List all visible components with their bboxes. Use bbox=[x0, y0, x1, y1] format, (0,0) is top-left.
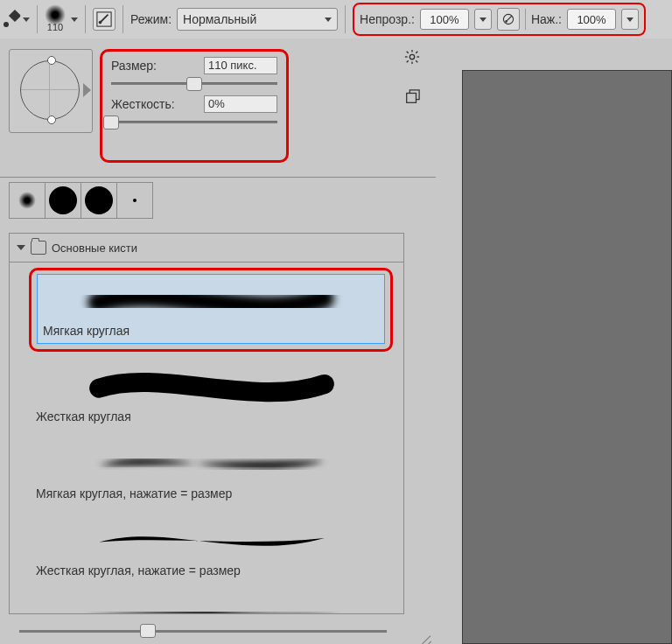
brush-stroke-preview bbox=[43, 278, 379, 318]
brush-panel-icon bbox=[96, 11, 112, 27]
brush-name: Мягкая круглая bbox=[43, 324, 379, 338]
options-bar: 110 Режим: Нормальный Непрозр.: 100% Н bbox=[0, 0, 672, 39]
folder-icon bbox=[31, 241, 46, 255]
chevron-down-icon bbox=[23, 18, 30, 22]
brush-size-number: 110 bbox=[45, 22, 66, 32]
brush-stroke-preview bbox=[36, 364, 388, 404]
brush-stroke-preview bbox=[36, 518, 388, 558]
brush-preset-thumb[interactable]: 110 bbox=[45, 6, 66, 32]
brush-group-title: Основные кисти bbox=[52, 242, 137, 255]
chevron-down-icon bbox=[626, 18, 634, 22]
brush-list-item[interactable]: Мягкая круглая, нажатие = размер bbox=[31, 438, 393, 506]
svg-line-11 bbox=[407, 60, 409, 62]
chevron-down-icon bbox=[325, 18, 332, 22]
hardness-slider[interactable] bbox=[111, 115, 277, 129]
opacity-value: 100% bbox=[430, 13, 458, 26]
size-slider[interactable] bbox=[111, 76, 277, 90]
brush-list-item[interactable]: Мягкая круглая, нажатие = непрозра... bbox=[31, 592, 393, 614]
soft-brush-icon bbox=[18, 192, 36, 209]
brush-size-master-slider[interactable] bbox=[19, 623, 387, 639]
chevron-down-icon bbox=[480, 18, 486, 22]
master-slider-knob[interactable] bbox=[140, 624, 156, 638]
recent-brushes-row bbox=[9, 182, 153, 219]
brush-settings-panel: Размер: 110 пикс. Жесткость: 0% bbox=[0, 38, 437, 644]
opacity-label: Непрозр.: bbox=[360, 12, 415, 26]
blend-mode-select[interactable]: Нормальный bbox=[177, 8, 338, 31]
size-input[interactable]: 110 пикс. bbox=[204, 57, 277, 74]
flow-label: Наж.: bbox=[531, 12, 562, 26]
highlighted-opacity-flow-group: Непрозр.: 100% Наж.: 100% bbox=[353, 3, 646, 36]
flow-value: 100% bbox=[577, 13, 606, 26]
brush-group-header[interactable]: Основные кисти bbox=[10, 234, 403, 262]
recent-brush-swatch[interactable] bbox=[10, 183, 46, 218]
hardness-slider-knob[interactable] bbox=[103, 116, 119, 130]
chevron-down-icon[interactable] bbox=[71, 18, 78, 22]
pressure-opacity-button[interactable] bbox=[497, 8, 520, 31]
panel-corner-icons bbox=[404, 49, 420, 105]
canvas-area bbox=[436, 38, 672, 644]
angle-arrow-icon bbox=[83, 83, 91, 97]
hardness-label: Жесткость: bbox=[111, 97, 195, 111]
svg-rect-13 bbox=[407, 94, 416, 103]
highlighted-brush-item: Мягкая круглая bbox=[29, 268, 393, 352]
svg-point-1 bbox=[99, 21, 102, 24]
recent-brush-swatch[interactable] bbox=[81, 183, 117, 218]
svg-line-10 bbox=[416, 60, 417, 62]
brush-name: Мягкая круглая, нажатие = размер bbox=[36, 486, 388, 500]
svg-line-9 bbox=[407, 52, 409, 53]
angle-circle-icon bbox=[20, 60, 80, 120]
brush-stroke-preview bbox=[36, 595, 388, 614]
opacity-input[interactable]: 100% bbox=[420, 9, 469, 30]
separator bbox=[0, 177, 436, 178]
brush-list-item[interactable]: Жесткая круглая bbox=[31, 360, 393, 429]
size-label: Размер: bbox=[111, 59, 195, 73]
brush-icon bbox=[4, 11, 19, 27]
flow-input[interactable]: 100% bbox=[567, 9, 616, 30]
hard-brush-icon bbox=[49, 186, 77, 214]
svg-point-3 bbox=[505, 20, 508, 23]
tiny-brush-icon bbox=[133, 199, 136, 202]
svg-line-12 bbox=[416, 52, 417, 53]
gear-icon[interactable] bbox=[404, 49, 420, 65]
angle-handle[interactable] bbox=[47, 116, 56, 124]
blend-mode-value: Нормальный bbox=[183, 12, 256, 26]
hardness-input[interactable]: 0% bbox=[204, 95, 277, 113]
separator bbox=[85, 5, 86, 33]
brush-stroke-preview bbox=[36, 441, 388, 481]
separator bbox=[122, 5, 123, 33]
brush-header-row: Размер: 110 пикс. Жесткость: 0% bbox=[9, 49, 289, 163]
flow-dropdown[interactable] bbox=[621, 9, 639, 30]
document-canvas[interactable] bbox=[462, 70, 672, 644]
brush-name: Жесткая круглая, нажатие = размер bbox=[36, 564, 388, 578]
pen-pressure-icon bbox=[501, 12, 515, 26]
separator bbox=[345, 5, 346, 33]
recent-brush-swatch[interactable] bbox=[46, 183, 81, 218]
mode-label: Режим: bbox=[130, 12, 172, 26]
svg-point-4 bbox=[410, 54, 414, 59]
highlighted-size-hardness-group: Размер: 110 пикс. Жесткость: 0% bbox=[100, 49, 289, 163]
hard-brush-icon bbox=[85, 186, 113, 214]
resize-grip-icon[interactable] bbox=[420, 628, 432, 640]
tool-preset-picker[interactable] bbox=[4, 11, 30, 27]
angle-handle[interactable] bbox=[47, 56, 56, 65]
recent-brush-swatch[interactable] bbox=[117, 183, 152, 218]
separator bbox=[37, 5, 38, 33]
separator bbox=[525, 9, 526, 30]
brush-name: Жесткая круглая bbox=[36, 410, 388, 424]
brush-angle-widget[interactable] bbox=[9, 49, 93, 133]
disclosure-down-icon bbox=[17, 245, 25, 250]
brush-list: Основные кисти Мягкая круглаяЖесткая кру… bbox=[9, 233, 404, 614]
brush-panel-button[interactable] bbox=[93, 8, 116, 31]
opacity-dropdown[interactable] bbox=[474, 9, 492, 30]
brush-list-item[interactable]: Жесткая круглая, нажатие = размер bbox=[31, 514, 393, 583]
size-slider-knob[interactable] bbox=[186, 77, 202, 91]
new-preset-icon[interactable] bbox=[404, 89, 420, 105]
brush-list-item[interactable]: Мягкая круглая bbox=[37, 274, 385, 344]
